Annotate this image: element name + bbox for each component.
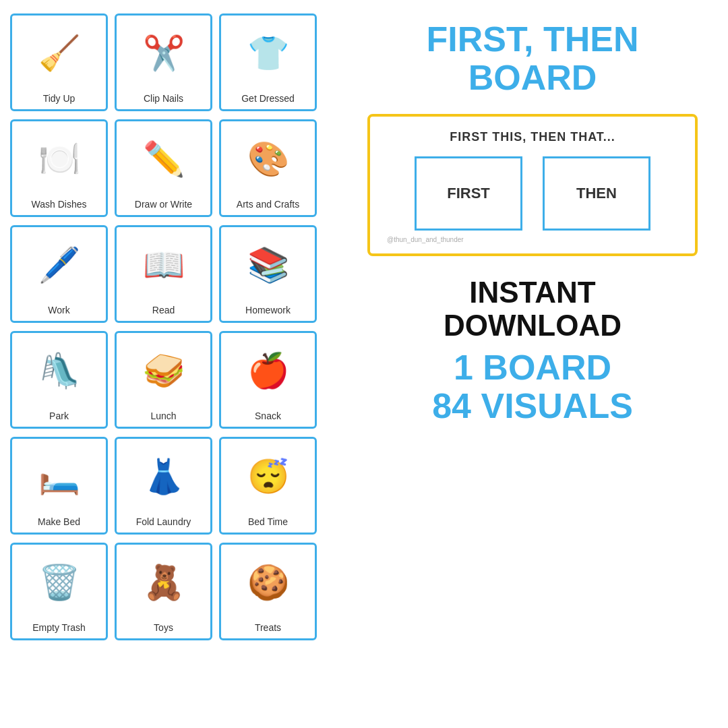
card-label-4-0: Make Bed [38, 516, 80, 527]
card-icon-4-1: 👗 [130, 444, 198, 508]
card-icon-2-0: 🖊️ [26, 233, 93, 297]
card-1-1: ✏️Draw or Write [115, 119, 212, 217]
card-5-1: 🧸Toys [115, 543, 212, 640]
card-row-0: 🧹Tidy Up✂️Clip Nails👕Get Dressed [10, 13, 327, 111]
card-4-1: 👗Fold Laundry [115, 437, 212, 535]
title-line1: FIRST, THEN [427, 20, 639, 59]
card-label-4-2: Bed Time [248, 516, 288, 527]
title-line2: BOARD [427, 59, 639, 97]
card-icon-1-0: 🍽️ [26, 127, 93, 191]
card-3-1: 🥪Lunch [115, 331, 212, 429]
card-row-2: 🖊️Work📖Read📚Homework [10, 225, 327, 323]
instant-download-text: INSTANT DOWNLOAD [444, 276, 621, 342]
card-icon-0-0: 🧹 [26, 21, 93, 85]
card-label-3-0: Park [49, 411, 69, 421]
card-label-5-1: Toys [154, 622, 173, 633]
card-icon-4-0: 🛏️ [26, 444, 93, 508]
board-subtitle: FIRST THIS, THEN THAT... [387, 130, 678, 144]
card-2-2: 📚Homework [219, 225, 317, 323]
visuals-count: 84 VISUALS [432, 387, 633, 425]
card-label-0-2: Get Dressed [241, 93, 295, 104]
card-label-0-0: Tidy Up [43, 93, 75, 104]
card-5-2: 🍪Treats [219, 543, 317, 640]
then-box: THEN [543, 156, 650, 231]
first-box: FIRST [415, 156, 522, 231]
card-label-3-1: Lunch [150, 411, 176, 421]
card-label-1-0: Wash Dishes [32, 199, 87, 210]
card-row-5: 🗑️Empty Trash🧸Toys🍪Treats [10, 543, 327, 640]
then-box-label: THEN [576, 185, 617, 202]
card-row-3: 🛝Park🥪Lunch🍎Snack [10, 331, 327, 429]
card-label-2-2: Homework [245, 305, 291, 315]
card-icon-1-2: 🎨 [235, 127, 302, 191]
card-5-0: 🗑️Empty Trash [10, 543, 108, 640]
card-label-0-1: Clip Nails [144, 93, 183, 104]
board-count: 1 BOARD [454, 348, 611, 387]
card-3-2: 🍎Snack [219, 331, 317, 429]
card-row-1: 🍽️Wash Dishes✏️Draw or Write🎨Arts and Cr… [10, 119, 327, 217]
card-label-3-2: Snack [255, 411, 281, 421]
card-icon-0-1: ✂️ [130, 21, 198, 85]
card-label-2-1: Read [152, 305, 175, 315]
card-label-2-0: Work [48, 305, 69, 315]
card-icon-2-1: 📖 [130, 233, 198, 297]
card-0-0: 🧹Tidy Up [10, 13, 108, 111]
card-label-5-0: Empty Trash [32, 622, 86, 633]
right-panel: FIRST, THEN BOARD FIRST THIS, THEN THAT.… [337, 0, 728, 728]
card-1-2: 🎨Arts and Crafts [219, 119, 317, 217]
card-2-1: 📖Read [115, 225, 212, 323]
card-0-2: 👕Get Dressed [219, 13, 317, 111]
card-2-0: 🖊️Work [10, 225, 108, 323]
card-1-0: 🍽️Wash Dishes [10, 119, 108, 217]
watermark: @thun_dun_and_thunder [387, 236, 671, 243]
card-icon-5-1: 🧸 [130, 550, 198, 614]
left-panel: 🧹Tidy Up✂️Clip Nails👕Get Dressed🍽️Wash D… [0, 0, 337, 728]
download-label: DOWNLOAD [444, 309, 621, 342]
card-0-1: ✂️Clip Nails [115, 13, 212, 111]
card-icon-3-0: 🛝 [26, 338, 93, 402]
card-icon-0-2: 👕 [235, 21, 302, 85]
card-label-4-1: Fold Laundry [136, 516, 191, 527]
card-icon-3-1: 🥪 [130, 338, 198, 402]
card-label-1-1: Draw or Write [135, 199, 192, 210]
card-4-2: 😴Bed Time [219, 437, 317, 535]
board-diagram: FIRST THIS, THEN THAT... FIRST THEN @thu… [367, 114, 698, 256]
card-icon-1-1: ✏️ [130, 127, 198, 191]
card-icon-2-2: 📚 [235, 233, 302, 297]
card-icon-5-0: 🗑️ [26, 550, 93, 614]
card-row-4: 🛏️Make Bed👗Fold Laundry😴Bed Time [10, 437, 327, 535]
card-icon-5-2: 🍪 [235, 550, 302, 614]
card-icon-3-2: 🍎 [235, 338, 302, 402]
first-box-label: FIRST [447, 185, 490, 202]
card-label-5-2: Treats [255, 622, 281, 633]
main-title: FIRST, THEN BOARD [427, 20, 639, 97]
board-boxes: FIRST THEN [387, 156, 678, 231]
card-4-0: 🛏️Make Bed [10, 437, 108, 535]
instant-label: INSTANT [444, 276, 621, 309]
card-label-1-2: Arts and Crafts [237, 199, 299, 210]
card-3-0: 🛝Park [10, 331, 108, 429]
card-icon-4-2: 😴 [235, 444, 302, 508]
